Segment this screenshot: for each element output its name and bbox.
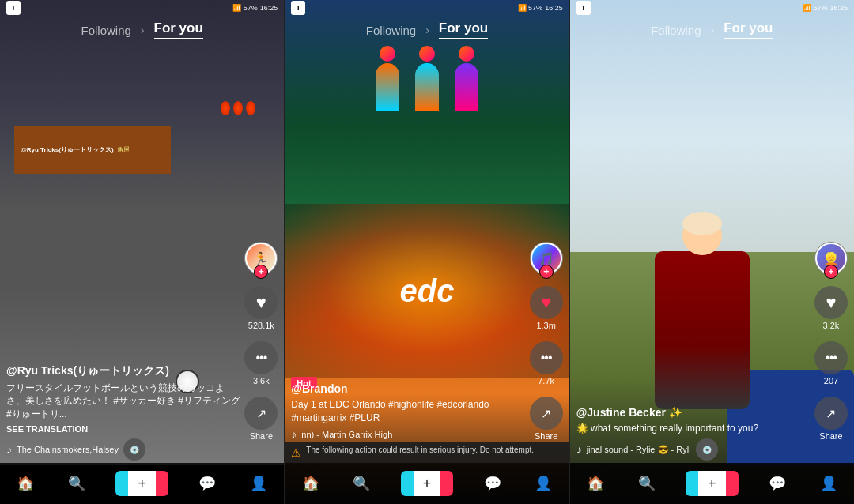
nav-inbox-3[interactable]: 💬: [769, 475, 786, 492]
comment-button-1[interactable]: •••: [244, 341, 278, 374]
performer-head-3: [459, 46, 474, 62]
like-count-2: 1.3m: [536, 321, 555, 330]
nav-divider-2: ›: [425, 24, 429, 36]
bottom-nav-1: 🏠 🔍 + 💬 👤: [0, 463, 284, 504]
comment-button-2[interactable]: •••: [530, 341, 563, 374]
like-button-2[interactable]: ♥: [530, 286, 563, 319]
nav-inbox-2[interactable]: 💬: [484, 475, 501, 492]
share-button-2[interactable]: ↗: [530, 397, 563, 430]
music-disc-3[interactable]: 💿: [696, 438, 718, 461]
description-1: フリースタイルフットボールという競技のカッコよさ、美しさを広めたい！ #サッカー…: [6, 382, 240, 421]
like-action-1[interactable]: ♥ 528.1k: [244, 286, 278, 330]
share-action-1[interactable]: ↗ Share: [244, 397, 278, 441]
like-action-2[interactable]: ♥ 1.3m: [530, 286, 563, 330]
username-3[interactable]: @Justine Becker ✨: [576, 406, 811, 419]
tab-following-1[interactable]: Following: [81, 24, 130, 37]
right-actions-3: 👱 + ♥ 3.2k ••• 207 ↗ Share: [814, 242, 848, 441]
nav-home-2[interactable]: 🏠: [302, 475, 319, 492]
status-icons-2: 📶 57%: [518, 4, 543, 12]
performer-head-1: [380, 46, 395, 62]
share-action-2[interactable]: ↗ Share: [530, 397, 563, 441]
discover-icon-2: 🔍: [353, 475, 370, 492]
music-disc-1[interactable]: 💿: [123, 438, 145, 461]
profile-avatar-1[interactable]: 🏃 +: [244, 242, 278, 275]
comment-action-2[interactable]: ••• 7.7k: [530, 341, 563, 386]
bottom-info-3: @Justine Becker ✨ 🌟 what something reall…: [576, 406, 811, 461]
dots-icon-2: •••: [541, 351, 552, 365]
nav-home-1[interactable]: 🏠: [17, 475, 34, 492]
sign-text-beer: @Ryu Tricks(りゅートリックス): [21, 145, 114, 154]
nav-divider-1: ›: [141, 24, 145, 36]
home-icon-2: 🏠: [302, 475, 319, 492]
dots-icon-1: •••: [255, 351, 266, 365]
follow-plus-badge-2[interactable]: +: [539, 265, 554, 279]
nav-home-3[interactable]: 🏠: [587, 475, 604, 492]
description-2: Day 1 at EDC Orlando #highonlife #edcorl…: [291, 398, 525, 425]
username-2[interactable]: @Brandon: [291, 382, 525, 395]
comment-action-3[interactable]: ••• 207: [814, 341, 848, 386]
share-label-1: Share: [250, 431, 273, 441]
music-row-2: ♪ nn) - Martin Garrix High: [291, 428, 525, 441]
profile-avatar-2[interactable]: 🎵 +: [530, 242, 563, 275]
comment-button-3[interactable]: •••: [814, 341, 848, 374]
nav-add-3[interactable]: +: [689, 471, 735, 496]
tab-for-you-1[interactable]: For you: [154, 21, 203, 39]
add-button-3[interactable]: +: [689, 471, 735, 496]
share-button-3[interactable]: ↗: [814, 397, 848, 430]
sign-kanji: 角屋: [117, 145, 130, 154]
home-icon-1: 🏠: [17, 475, 34, 492]
nav-me-3[interactable]: 👤: [820, 475, 837, 492]
status-left-2: T: [291, 1, 305, 15]
lanterns-decoration: [221, 101, 255, 115]
add-btn-center-3[interactable]: +: [700, 474, 724, 493]
music-note-2: ♪: [291, 428, 297, 441]
follow-plus-badge-3[interactable]: +: [824, 265, 838, 279]
like-button-3[interactable]: ♥: [814, 286, 848, 319]
music-row-1: ♪ The Chainsmokers,Halsey 💿: [6, 438, 240, 461]
see-translation-1[interactable]: SEE TRANSLATION: [6, 424, 240, 434]
bottom-info-1: @Ryu Tricks(りゅートリックス) フリースタイルフットボールという競技…: [6, 364, 240, 461]
nav-add-1[interactable]: +: [119, 471, 165, 496]
tab-following-3[interactable]: Following: [651, 24, 701, 37]
profile-avatar-3[interactable]: 👱 +: [814, 242, 848, 275]
tiktok-logo-1: T: [6, 1, 21, 15]
follow-plus-badge-1[interactable]: +: [254, 265, 268, 279]
share-button-1[interactable]: ↗: [244, 397, 278, 430]
like-count-1: 528.1k: [248, 321, 274, 330]
performer-2: [415, 63, 439, 111]
nav-discover-3[interactable]: 🔍: [638, 475, 656, 492]
phone-panel-3: T 📶 57% 16:25 Following › For you 👱 + ♥ …: [570, 0, 854, 504]
share-action-3[interactable]: ↗ Share: [814, 397, 848, 441]
add-button-1[interactable]: +: [119, 471, 165, 496]
comment-count-3: 207: [824, 376, 838, 386]
tab-following-2[interactable]: Following: [366, 24, 416, 37]
dots-icon-3: •••: [826, 351, 837, 365]
top-nav-2: Following › For you: [285, 14, 569, 46]
add-btn-right-2: [440, 471, 453, 496]
tab-for-you-3[interactable]: For you: [724, 21, 773, 39]
nav-divider-3: ›: [711, 24, 715, 36]
warning-bar-2: ⚠ The following action could result in s…: [285, 442, 569, 463]
heart-icon-1: ♥: [256, 292, 266, 313]
nav-discover-1[interactable]: 🔍: [68, 475, 85, 492]
like-button-1[interactable]: ♥: [244, 286, 278, 319]
nav-me-1[interactable]: 👤: [250, 475, 267, 492]
add-btn-center-2[interactable]: +: [415, 474, 440, 493]
me-icon-2: 👤: [535, 475, 552, 492]
nav-inbox-1[interactable]: 💬: [198, 475, 216, 492]
add-button-2[interactable]: +: [404, 471, 451, 496]
username-1[interactable]: @Ryu Tricks(りゅートリックス): [6, 364, 240, 378]
music-name-2: nn) - Martin Garrix High: [301, 430, 392, 439]
tab-for-you-2[interactable]: For you: [439, 21, 488, 39]
status-icons-1: 📶 57%: [232, 4, 258, 12]
nav-me-2[interactable]: 👤: [535, 475, 552, 492]
add-btn-left-1: [115, 471, 128, 496]
comment-action-1[interactable]: ••• 3.6k: [244, 341, 278, 386]
status-left-3: T: [576, 1, 591, 15]
nav-add-2[interactable]: +: [404, 471, 451, 496]
nav-discover-2[interactable]: 🔍: [353, 475, 370, 492]
like-action-3[interactable]: ♥ 3.2k: [814, 286, 848, 330]
inbox-icon-1: 💬: [198, 475, 216, 492]
add-btn-center-1[interactable]: +: [130, 474, 154, 493]
inbox-icon-2: 💬: [484, 475, 501, 492]
